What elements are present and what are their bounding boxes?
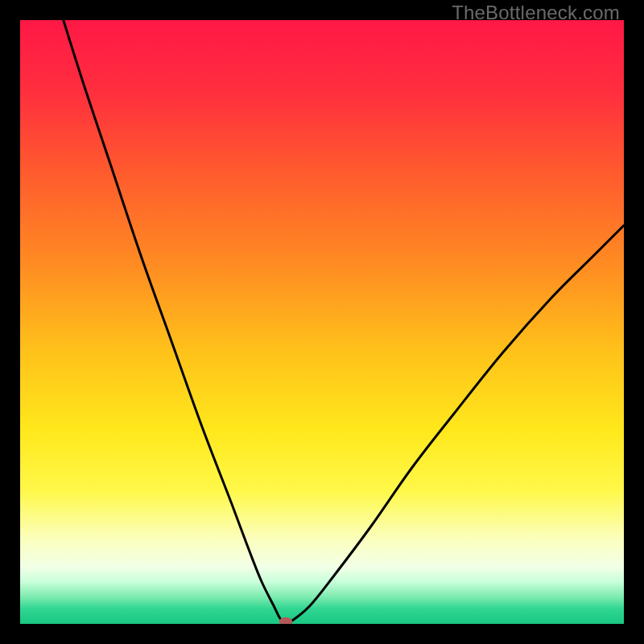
chart-frame [20, 20, 624, 624]
bottleneck-chart [20, 20, 624, 624]
watermark-text: TheBottleneck.com [452, 2, 620, 24]
gradient-background [20, 20, 624, 624]
